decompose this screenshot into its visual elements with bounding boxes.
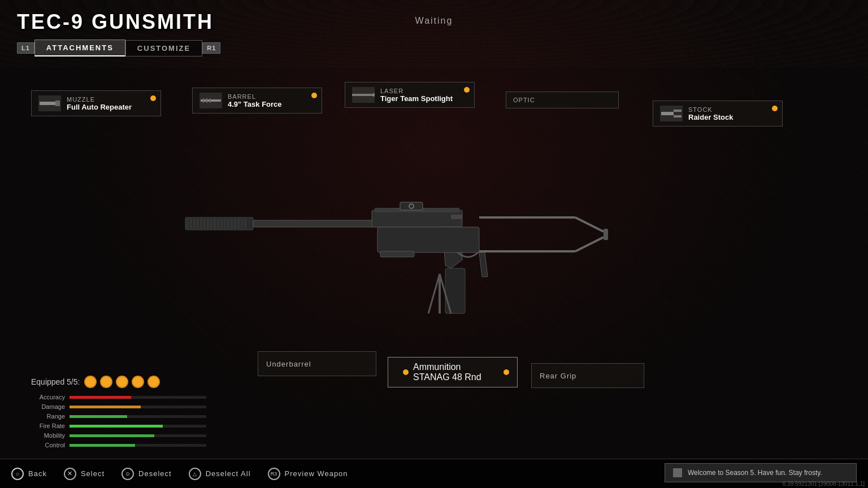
tab-customize[interactable]: CUSTOMIZE — [125, 40, 202, 56]
stock-value: Raider Stock — [688, 113, 733, 121]
svg-rect-36 — [377, 227, 479, 252]
laser-icon — [352, 87, 375, 103]
stats-rows: Accuracy Damage Range Fire Rate Mobility — [31, 394, 206, 448]
stat-name: Damage — [31, 403, 65, 410]
deselect-icon: ⊙ — [121, 468, 134, 480]
svg-rect-24 — [227, 219, 229, 229]
barrel-equipped-dot — [311, 93, 317, 98]
eq-dot-3 — [116, 376, 128, 388]
version-text: 6.39.5921301 [39008-13011:1.1] — [779, 480, 868, 488]
bottom-bar: ○ Back ✕ Select ⊙ Deselect △ Deselect Al… — [0, 459, 868, 488]
slot-laser[interactable]: Laser Tiger Team Spotlight — [345, 82, 475, 108]
stat-bar-bg — [70, 434, 206, 437]
stat-row: Accuracy — [31, 394, 206, 400]
stat-name: Range — [31, 413, 65, 420]
deselect-button[interactable]: ⊙ Deselect — [121, 468, 172, 480]
stat-name: Accuracy — [31, 394, 65, 400]
preview-icon: R3 — [268, 468, 280, 480]
svg-line-41 — [575, 237, 604, 251]
equipped-label: Equipped 5/5: — [31, 376, 206, 388]
stat-bar-bg — [70, 406, 206, 408]
svg-rect-18 — [207, 219, 209, 229]
ammo-label: Ammunition — [413, 362, 481, 372]
weapon-image — [180, 164, 688, 322]
stat-row: Fire Rate — [31, 422, 206, 429]
select-icon: ✕ — [64, 468, 76, 480]
tab-key-r1[interactable]: R1 — [202, 42, 220, 54]
stat-bar-fill — [70, 444, 135, 447]
equipped-dots — [84, 376, 160, 388]
stat-bar-bg — [70, 415, 206, 418]
stat-row: Range — [31, 413, 206, 420]
laser-value: Tiger Team Spotlight — [380, 94, 453, 103]
svg-rect-4 — [206, 98, 207, 103]
svg-rect-37 — [380, 251, 414, 257]
notif-text: Welcome to Season 5. Have fun. Stay fros… — [688, 469, 822, 477]
stat-row: Damage — [31, 403, 206, 410]
slot-muzzle[interactable]: Muzzle Full Auto Repeater — [31, 90, 161, 116]
slot-ammunition[interactable]: Ammunition STANAG 48 Rnd — [388, 357, 518, 387]
stat-bar-bg — [70, 425, 206, 428]
slot-optic[interactable]: Optic — [506, 91, 619, 108]
svg-rect-15 — [197, 219, 199, 229]
tabs: L1 ATTACHMENTS CUSTOMIZE R1 — [17, 40, 851, 56]
slot-stock[interactable]: Stock Raider Stock — [653, 101, 783, 127]
deselect-all-icon: △ — [189, 468, 201, 480]
slot-underbarrel[interactable]: Underbarrel — [258, 351, 376, 376]
stat-name: Mobility — [31, 432, 65, 439]
stat-name: Fire Rate — [31, 422, 65, 429]
svg-rect-28 — [241, 219, 243, 229]
select-button[interactable]: ✕ Select — [64, 468, 105, 480]
eq-dot-5 — [147, 376, 160, 388]
eq-dot-2 — [100, 376, 112, 388]
svg-rect-26 — [234, 219, 236, 229]
deselect-label: Deselect — [138, 469, 172, 478]
svg-rect-10 — [674, 115, 682, 117]
svg-line-40 — [575, 217, 604, 232]
underbarrel-label: Underbarrel — [266, 360, 311, 368]
optic-label: Optic — [513, 97, 535, 103]
stat-row: Mobility — [31, 432, 206, 439]
svg-rect-19 — [210, 219, 212, 229]
svg-rect-17 — [203, 219, 206, 229]
barrel-value: 4.9" Task Force — [228, 100, 282, 108]
ammo-equipped-dot — [504, 369, 509, 375]
tab-key-l1[interactable]: L1 — [17, 42, 34, 54]
svg-rect-30 — [253, 220, 377, 227]
stat-bar-fill — [70, 415, 127, 418]
header: TEC-9 GUNSMITH L1 ATTACHMENTS CUSTOMIZE … — [0, 0, 868, 56]
slot-barrel[interactable]: Barrel 4.9" Task Force — [192, 88, 322, 114]
deselect-all-label: Deselect All — [206, 469, 251, 478]
stats-panel: Equipped 5/5: Accuracy Damage Range — [31, 376, 206, 451]
stock-icon — [660, 106, 683, 121]
svg-rect-31 — [372, 210, 462, 227]
stat-name: Control — [31, 442, 65, 448]
svg-marker-7 — [374, 92, 375, 98]
svg-rect-22 — [220, 219, 223, 229]
stat-bar-bg — [70, 396, 206, 399]
stat-bar-fill — [70, 434, 154, 437]
svg-rect-9 — [674, 110, 682, 112]
svg-rect-12 — [186, 219, 189, 229]
ammo-value: STANAG 48 Rnd — [413, 372, 481, 382]
notif-icon — [673, 468, 682, 477]
tab-attachments[interactable]: ATTACHMENTS — [34, 40, 125, 56]
laser-equipped-dot — [464, 87, 470, 93]
slot-rear-grip[interactable]: Rear Grip — [531, 363, 644, 388]
select-label: Select — [81, 469, 105, 478]
svg-rect-1 — [55, 101, 60, 106]
stat-bar-fill — [70, 425, 163, 428]
eq-dot-1 — [84, 376, 97, 388]
svg-rect-3 — [203, 98, 204, 103]
stat-bar-fill — [70, 396, 131, 399]
deselect-all-button[interactable]: △ Deselect All — [189, 468, 251, 480]
svg-rect-20 — [214, 219, 216, 229]
back-button[interactable]: ○ Back — [11, 468, 47, 480]
svg-rect-42 — [604, 229, 608, 240]
svg-rect-5 — [210, 98, 211, 103]
svg-line-44 — [428, 274, 440, 313]
status-label: Waiting — [415, 16, 453, 26]
stock-label: Stock — [688, 106, 733, 113]
preview-weapon-button[interactable]: R3 Preview Weapon — [268, 468, 348, 480]
muzzle-label: Muzzle — [67, 96, 132, 103]
